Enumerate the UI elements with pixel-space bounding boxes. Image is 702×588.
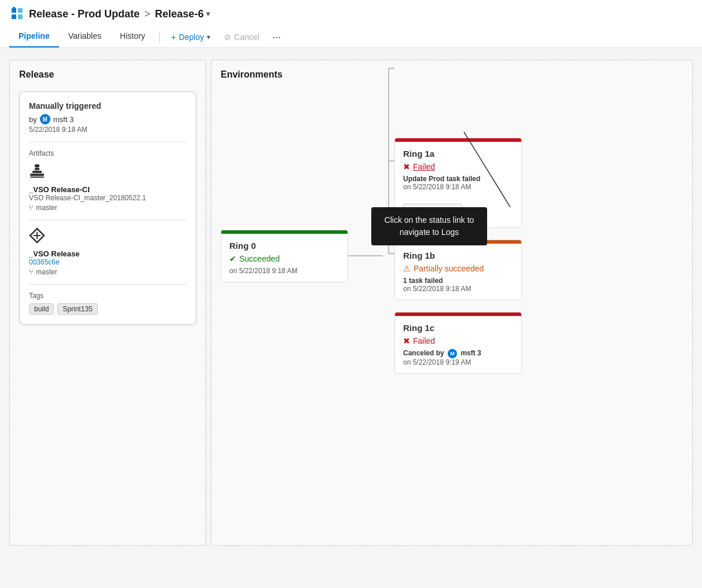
artifact2-link[interactable]: 00365c6e [29, 258, 60, 266]
triggered-by: by M msft 3 [29, 114, 187, 124]
tooltip-text: Click on the status link to navigate to … [385, 215, 474, 237]
artifact-1: _VSO Release-CI VSO Release-CI_master_20… [29, 163, 187, 212]
app-header: Release - Prod Update > Release-6 ▾ Pipe… [0, 0, 702, 48]
cancel-button[interactable]: ⊘ Cancel [217, 29, 266, 45]
release-panel-title: Release [19, 69, 196, 80]
ring1b-name: Ring 1b [403, 251, 513, 260]
svg-rect-7 [35, 168, 39, 170]
cancel-icon: ⊘ [224, 32, 231, 42]
trigger-date: 5/22/2018 9:18 AM [29, 126, 187, 134]
ring1b-wrapper: Ring 1b ⚠ Partially succeeded 1 task fai… [394, 240, 522, 300]
fail2-icon: ✖ [403, 336, 410, 346]
user-name: msft 3 [53, 115, 74, 124]
pipeline-icon [9, 6, 25, 22]
ring0-name: Ring 0 [229, 241, 339, 251]
tab-history[interactable]: History [111, 27, 155, 47]
tag-build: build [29, 303, 54, 315]
svg-rect-3 [18, 14, 23, 19]
plus-icon: + [171, 32, 176, 42]
ring1c-wrapper: Ring 1c ✖ Failed Canceled by M msft 3 [394, 312, 522, 374]
ring1b-body: Ring 1b ⚠ Partially succeeded 1 task fai… [395, 244, 521, 300]
ring1c-name: Ring 1c [403, 323, 513, 333]
ring0-date: on 5/22/2018 9:18 AM [229, 267, 339, 275]
artifact2-build: 00365c6e [29, 258, 187, 266]
fail-icon: ✖ [403, 162, 410, 171]
svg-rect-8 [30, 177, 44, 178]
svg-rect-9 [35, 164, 39, 167]
tags-section: Tags build Sprint135 [29, 292, 187, 315]
rings-stacked: Ring 1a ✖ Failed Update Prod task failed… [394, 138, 522, 374]
ring1a-body: Ring 1a ✖ Failed Update Prod task failed… [395, 142, 521, 198]
main-content: Release Manually triggered by M msft 3 5… [0, 48, 702, 557]
ring1a-status-link[interactable]: Failed [413, 162, 435, 171]
ring0-body: Ring 0 ✔ Succeeded on 5/22/2018 9:18 AM [221, 234, 348, 282]
divider2 [29, 220, 187, 220]
artifact2-branch: ⑂ master [29, 267, 187, 276]
release-panel: Release Manually triggered by M msft 3 5… [9, 60, 206, 546]
warn-icon: ⚠ [403, 264, 411, 273]
release-card: Manually triggered by M msft 3 5/22/2018… [19, 91, 196, 325]
tab-pipeline[interactable]: Pipeline [9, 27, 59, 47]
ring1b-desc: 1 task failed [403, 277, 513, 285]
divider [29, 142, 187, 142]
artifact-2: _VSO Release 00365c6e ⑂ master [29, 227, 187, 276]
ring1c-date: on 5/22/2018 9:19 AM [403, 358, 513, 366]
svg-rect-0 [12, 8, 16, 13]
divider3 [29, 284, 187, 285]
artifact1-build: VSO Release-CI_master_20180522.1 [29, 194, 187, 202]
ring1c-status: ✖ Failed [403, 336, 513, 346]
svg-rect-6 [32, 171, 42, 173]
ring1b-card: Ring 1b ⚠ Partially succeeded 1 task fai… [394, 240, 522, 300]
svg-rect-2 [18, 8, 23, 13]
by-label: by [29, 115, 37, 124]
ring1c-card: Ring 1c ✖ Failed Canceled by M msft 3 [394, 312, 522, 374]
build-artifact-icon [29, 163, 187, 183]
connector-line [348, 255, 383, 256]
env-main-area: Ring 0 ✔ Succeeded on 5/22/2018 9:18 AM [221, 91, 683, 374]
ring1b-date: on 5/22/2018 9:18 AM [403, 285, 513, 293]
branch2-icon: ⑂ [29, 267, 34, 276]
artifact1-name: _VSO Release-CI [29, 185, 187, 194]
trigger-text: Manually triggered [29, 101, 187, 111]
check-icon: ✔ [229, 254, 236, 263]
tags-row: build Sprint135 [29, 303, 187, 315]
environments-panel-title: Environments [221, 69, 683, 80]
svg-rect-1 [12, 14, 16, 19]
ring1b-status: ⚠ Partially succeeded [403, 264, 513, 273]
chevron-down-icon: ▾ [206, 10, 210, 18]
environments-panel: Environments Ring 0 ✔ Succeeded on 5/22/… [211, 60, 693, 546]
breadcrumb: Release - Prod Update > Release-6 ▾ [9, 6, 693, 22]
artifacts-label: Artifacts [29, 149, 187, 157]
ring1a-status: ✖ Failed [403, 162, 513, 171]
avatar: M [40, 114, 50, 124]
right-rings: Ring 1a ✖ Failed Update Prod task failed… [383, 138, 522, 374]
ring1a-desc: Update Prod task failed [403, 175, 513, 183]
tag-sprint: Sprint135 [57, 303, 97, 315]
svg-rect-5 [30, 174, 44, 176]
artifact2-name: _VSO Release [29, 249, 187, 258]
ring1a-name: Ring 1a [403, 149, 513, 159]
ring1c-body: Ring 1c ✖ Failed Canceled by M msft 3 [395, 316, 521, 373]
ring0-card: Ring 0 ✔ Succeeded on 5/22/2018 9:18 AM [221, 230, 348, 282]
release-title: Release - Prod Update [29, 8, 140, 20]
ring0-status: ✔ Succeeded [229, 254, 339, 263]
tabs-row: Pipeline Variables History + Deploy ▾ ⊘ … [9, 27, 693, 47]
deploy-button[interactable]: + Deploy ▾ [164, 29, 218, 45]
artifact1-branch: ⑂ master [29, 203, 187, 212]
git-artifact-icon [29, 227, 187, 247]
ring1c-user-avatar: M [448, 349, 457, 358]
tab-variables[interactable]: Variables [59, 27, 111, 47]
branch-icon: ⑂ [29, 203, 34, 212]
breadcrumb-separator: > [144, 8, 151, 20]
ring1c-desc: Canceled by M msft 3 [403, 349, 513, 358]
release-name[interactable]: Release-6 ▾ [155, 8, 210, 20]
more-button[interactable]: ··· [266, 28, 287, 47]
tags-label: Tags [29, 292, 187, 300]
ring1a-date: on 5/22/2018 9:18 AM [403, 183, 513, 191]
tooltip-box: Click on the status link to navigate to … [371, 207, 487, 245]
deploy-chevron-icon: ▾ [207, 33, 210, 41]
ring0-wrapper: Ring 0 ✔ Succeeded on 5/22/2018 9:18 AM [221, 138, 522, 374]
tab-separator [159, 31, 160, 43]
